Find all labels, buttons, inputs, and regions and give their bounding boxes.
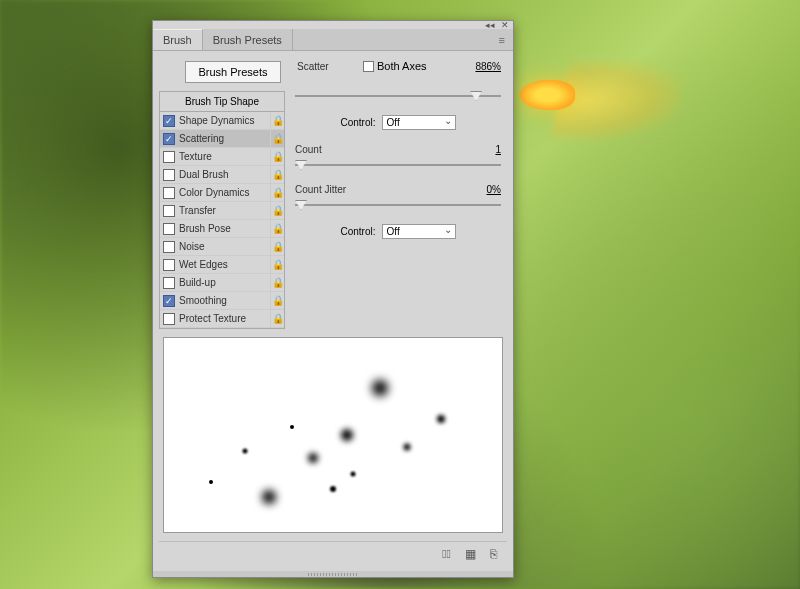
preview-dot xyxy=(243,448,248,453)
preview-dot xyxy=(262,490,276,504)
lock-icon[interactable]: 🔒 xyxy=(270,112,284,129)
lock-icon[interactable]: 🔒 xyxy=(270,274,284,291)
sidebar-item-label: Scattering xyxy=(179,133,270,144)
count-value[interactable]: 1 xyxy=(461,144,501,155)
checkbox-icon[interactable] xyxy=(163,241,175,253)
brush-panel: ◂◂ ✕ Brush Brush Presets ≡ Brush Presets… xyxy=(152,20,514,578)
panel-tabs: Brush Brush Presets ≡ xyxy=(153,29,513,51)
lock-icon[interactable]: 🔒 xyxy=(270,256,284,273)
panel-bottom-bar: 👁̸ ▦ ⎘ xyxy=(159,541,507,565)
sidebar-item-label: Color Dynamics xyxy=(179,187,270,198)
preview-dot xyxy=(290,425,294,429)
brush-preview xyxy=(163,337,503,533)
sidebar-item-dual-brush[interactable]: Dual Brush🔒 xyxy=(160,166,284,184)
sidebar-item-label: Wet Edges xyxy=(179,259,270,270)
count-label: Count xyxy=(295,144,355,155)
checkbox-icon[interactable] xyxy=(163,223,175,235)
control-label-2: Control: xyxy=(340,226,375,237)
brush-options-sidebar: Brush Tip Shape ✓Shape Dynamics🔒✓Scatter… xyxy=(159,91,285,329)
brush-presets-button[interactable]: Brush Presets xyxy=(185,61,280,83)
checkbox-icon[interactable] xyxy=(163,259,175,271)
toggle-preview-icon[interactable]: 👁̸ xyxy=(442,547,451,561)
sidebar-item-texture[interactable]: Texture🔒 xyxy=(160,148,284,166)
lock-icon[interactable]: 🔒 xyxy=(270,130,284,147)
sidebar-item-label: Noise xyxy=(179,241,270,252)
preview-dot xyxy=(404,443,411,450)
lock-icon[interactable]: 🔒 xyxy=(270,220,284,237)
checkbox-icon[interactable] xyxy=(163,169,175,181)
sidebar-item-label: Texture xyxy=(179,151,270,162)
lock-icon[interactable]: 🔒 xyxy=(270,148,284,165)
sidebar-item-transfer[interactable]: Transfer🔒 xyxy=(160,202,284,220)
preview-dot xyxy=(372,380,388,396)
sidebar-item-brush-pose[interactable]: Brush Pose🔒 xyxy=(160,220,284,238)
scatter-slider[interactable] xyxy=(295,91,501,105)
both-axes-checkbox[interactable]: Both Axes xyxy=(363,60,427,72)
checkbox-icon[interactable] xyxy=(163,205,175,217)
lock-icon[interactable]: 🔒 xyxy=(270,166,284,183)
jitter-control-select[interactable]: Off xyxy=(382,224,456,239)
tab-brush-presets[interactable]: Brush Presets xyxy=(203,29,293,50)
tab-brush[interactable]: Brush xyxy=(153,29,203,50)
sidebar-item-label: Build-up xyxy=(179,277,270,288)
checkbox-icon[interactable]: ✓ xyxy=(163,115,175,127)
sidebar-item-label: Dual Brush xyxy=(179,169,270,180)
panel-titlebar: ◂◂ ✕ xyxy=(153,21,513,29)
sidebar-item-label: Smoothing xyxy=(179,295,270,306)
brush-tip-shape-header[interactable]: Brush Tip Shape xyxy=(160,92,284,112)
sidebar-item-scattering[interactable]: ✓Scattering🔒 xyxy=(160,130,284,148)
preview-dot xyxy=(341,429,353,441)
count-jitter-slider[interactable] xyxy=(295,200,501,214)
sidebar-item-color-dynamics[interactable]: Color Dynamics🔒 xyxy=(160,184,284,202)
sidebar-item-noise[interactable]: Noise🔒 xyxy=(160,238,284,256)
preview-dot xyxy=(209,480,213,484)
sidebar-item-wet-edges[interactable]: Wet Edges🔒 xyxy=(160,256,284,274)
preview-dot xyxy=(308,453,318,463)
sidebar-item-label: Protect Texture xyxy=(179,313,270,324)
count-slider[interactable] xyxy=(295,160,501,174)
lock-icon[interactable]: 🔒 xyxy=(270,310,284,327)
preview-dot xyxy=(330,486,336,492)
control-label-1: Control: xyxy=(340,117,375,128)
scatter-value[interactable]: 886% xyxy=(461,61,501,72)
preview-dot xyxy=(351,471,356,476)
lock-icon[interactable]: 🔒 xyxy=(270,238,284,255)
sidebar-item-label: Brush Pose xyxy=(179,223,270,234)
checkbox-icon[interactable]: ✓ xyxy=(163,295,175,307)
checkbox-icon[interactable]: ✓ xyxy=(163,133,175,145)
checkbox-icon[interactable] xyxy=(163,313,175,325)
resize-grip[interactable] xyxy=(153,571,513,577)
new-preset-icon[interactable]: ▦ xyxy=(465,547,476,561)
scatter-label: Scatter xyxy=(297,61,357,72)
sidebar-item-build-up[interactable]: Build-up🔒 xyxy=(160,274,284,292)
count-jitter-label: Count Jitter xyxy=(295,184,375,195)
lock-icon[interactable]: 🔒 xyxy=(270,202,284,219)
preview-dot xyxy=(437,415,445,423)
lock-icon[interactable]: 🔒 xyxy=(270,292,284,309)
checkbox-icon[interactable] xyxy=(163,187,175,199)
panel-menu-icon[interactable]: ≡ xyxy=(491,29,513,50)
sidebar-item-shape-dynamics[interactable]: ✓Shape Dynamics🔒 xyxy=(160,112,284,130)
checkbox-icon[interactable] xyxy=(163,151,175,163)
sidebar-item-label: Transfer xyxy=(179,205,270,216)
create-brush-icon[interactable]: ⎘ xyxy=(490,547,497,561)
sidebar-item-smoothing[interactable]: ✓Smoothing🔒 xyxy=(160,292,284,310)
sidebar-item-protect-texture[interactable]: Protect Texture🔒 xyxy=(160,310,284,328)
scatter-control-select[interactable]: Off xyxy=(382,115,456,130)
count-jitter-value[interactable]: 0% xyxy=(461,184,501,195)
checkbox-icon[interactable] xyxy=(163,277,175,289)
lock-icon[interactable]: 🔒 xyxy=(270,184,284,201)
sidebar-item-label: Shape Dynamics xyxy=(179,115,270,126)
